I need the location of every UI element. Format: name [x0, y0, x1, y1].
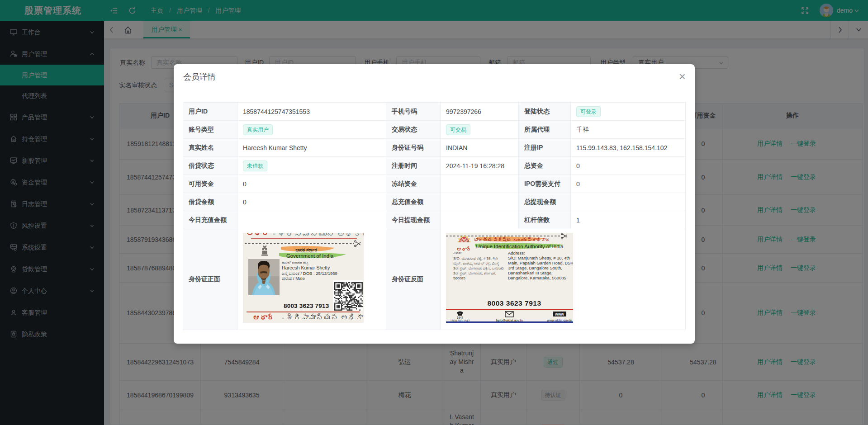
svg-text:3ನೇ ಸ್ಟೇಜ್, ಬೆಂಗಳೂರು ದಕ್ಷಿಣ, ಬ: 3ನೇ ಸ್ಟೇಜ್, ಬೆಂಗಳೂರು ದಕ್ಷಿಣ, ಬನಶಂಕರಿ: [453, 266, 504, 271]
svg-text:Banashankari III Stage,: Banashankari III Stage,: [508, 270, 553, 275]
svg-text:S/O: ಮಂಜುನಾಥ ಶೆಟ್ಟಿ, # 38, 4ನೇ: S/O: ಮಂಜುನಾಥ ಶೆಟ್ಟಿ, # 38, 4ನೇ: [453, 256, 498, 261]
svg-text:Main, Papaiah Garden Road, BSK: Main, Papaiah Garden Road, BSK: [508, 260, 573, 265]
svg-text:8003 3623 7913: 8003 3623 7913: [487, 299, 541, 307]
svg-text:భారతీయ విశిష్ట గురుతు ప్రాధికా: భారతీయ విశిష్ట గురుతు ప్రాధికార: [474, 237, 550, 242]
svg-text:- శ్రీసామాన్యన అధికార: - శ్రీసామాన్యన అధికార: [282, 313, 364, 321]
svg-text:3ನೇ ಸ್ಟೇಜ್, ಬೆಂಗಳೂರು, ಕರ್ನಾಟಕ,: 3ನೇ ಸ್ಟೇಜ್, ಬೆಂಗಳೂರು, ಕರ್ನಾಟಕ,: [453, 271, 496, 276]
svg-text:- శ్రీసామాన్యున అధికార: - శ్రీసామాన్యున అధికార: [273, 233, 364, 238]
svg-text:1947: 1947: [457, 316, 464, 319]
svg-text:ಪುರುಷ / Male: ಪುರುಷ / Male: [282, 276, 305, 281]
svg-text:WWW: WWW: [555, 313, 564, 316]
svg-text:ఆధార్: ఆధార్: [253, 313, 275, 321]
svg-text:S/O: Manjunath Shetty, # 38, 4: S/O: Manjunath Shetty, # 38, 4th: [508, 255, 570, 260]
svg-text:ఆధార్: ఆధార్: [247, 233, 270, 237]
svg-text:Address:: Address:: [508, 250, 525, 255]
svg-text:Bangalore, Karnataka, 560085: Bangalore, Karnataka, 560085: [508, 275, 566, 280]
svg-text:3rd Stage, Bangalore South,: 3rd Stage, Bangalore South,: [508, 265, 562, 270]
svg-text:560085: 560085: [453, 276, 465, 280]
svg-text:ಭಾರತ ಸರ್ಕಾರ: ಭಾರತ ಸರ್ಕಾರ: [295, 247, 317, 253]
svg-text:Hareesh Kumar Shetty: Hareesh Kumar Shetty: [282, 265, 330, 270]
svg-text:8003 3623 7913: 8003 3623 7913: [284, 302, 329, 309]
svg-text:Government of India: Government of India: [286, 253, 334, 259]
svg-text:ವಿಳಾಸ:: ವಿಳಾಸ:: [453, 251, 462, 255]
svg-text:Unique Identification Authorit: Unique Identification Authority of India: [476, 244, 564, 249]
